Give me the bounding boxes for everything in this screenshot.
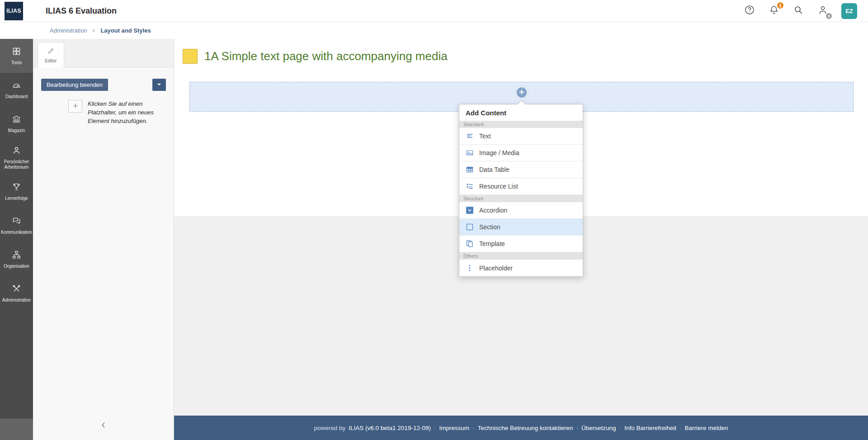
sidebar-item-lernerfolge[interactable]: Lernerfolge	[0, 175, 33, 208]
person-icon	[12, 146, 21, 157]
add-content-button[interactable]	[515, 86, 528, 99]
menu-group-structure: Structure	[459, 195, 583, 202]
menu-item-image-media[interactable]: Image / Media	[459, 145, 583, 161]
main-content: 1A Simple text page with accompanying me…	[174, 39, 868, 440]
page-title: 1A Simple text page with accompanying me…	[204, 49, 448, 63]
plus-icon	[73, 102, 78, 110]
content-page-icon	[183, 49, 198, 64]
plus-icon	[519, 89, 524, 97]
image-icon	[466, 149, 473, 156]
footer-separator: ·	[472, 425, 475, 431]
menu-item-text[interactable]: Text	[459, 128, 583, 145]
sidebar-toggle[interactable]	[0, 419, 33, 440]
crossed-tools-icon	[12, 284, 21, 295]
footer-link-version[interactable]: ILIAS (v6.0 beta1 2019-12-09)	[349, 425, 431, 431]
footer-link-barriere-melden[interactable]: Barriere melden	[684, 425, 728, 431]
text-icon	[466, 132, 473, 140]
chevron-left-icon	[100, 421, 107, 431]
help-button[interactable]	[744, 5, 755, 17]
main-sidebar: Tools Dashboard Magazin Persönlicher Arb…	[0, 39, 33, 440]
user-avatar[interactable]: EZ	[841, 3, 857, 19]
ellipsis-vertical-icon	[466, 265, 473, 272]
breadcrumb-item-administration[interactable]: Administration	[50, 27, 87, 34]
footer-link-barrierefreiheit[interactable]: Info Barrierefreiheit	[624, 425, 676, 431]
template-icon	[466, 240, 473, 247]
sidebar-item-personal-workspace[interactable]: Persönlicher Arbeitsraum	[0, 141, 33, 175]
trophy-icon	[12, 182, 21, 194]
menu-item-data-table[interactable]: Data Table	[459, 161, 583, 178]
menu-item-section[interactable]: Section	[459, 219, 583, 236]
top-header: ILIAS ILIAS 6 Evaluation 1 0 EZ	[0, 0, 868, 22]
sidebar-item-administration[interactable]: Administration	[0, 276, 33, 310]
placeholder-hint: Klicken Sie auf einen Platzhalter, um ei…	[68, 100, 165, 126]
footer: powered by ILIAS (v6.0 beta1 2019-12-09)…	[174, 416, 868, 440]
gauge-icon	[12, 80, 21, 92]
pencil-icon	[47, 47, 55, 56]
caret-down-icon	[157, 81, 161, 88]
menu-group-others: Others	[459, 252, 583, 260]
notification-badge: 1	[777, 2, 784, 9]
menu-group-standard: Standard	[459, 121, 583, 128]
building-icon	[12, 114, 21, 126]
powered-by-text: powered by	[314, 425, 346, 431]
menu-item-accordion[interactable]: Accordion	[459, 202, 583, 219]
grid-icon	[12, 47, 21, 58]
panel-footer	[33, 419, 174, 440]
add-placeholder-button[interactable]	[68, 100, 82, 113]
panel-tab-strip: Editor	[33, 39, 174, 67]
sidebar-item-kommunikation[interactable]: Kommunikation	[0, 208, 33, 242]
list-icon	[466, 183, 473, 190]
footer-link-uebersetzung[interactable]: Übersetzung	[581, 425, 616, 431]
table-icon	[466, 166, 473, 173]
finish-editing-button[interactable]: Bearbeitung beenden	[41, 79, 108, 91]
sidebar-spacer	[0, 310, 33, 419]
footer-link-impressum[interactable]: Impressum	[439, 425, 469, 431]
org-chart-icon	[12, 250, 21, 261]
breadcrumb-item-layout-and-styles[interactable]: Layout and Styles	[100, 27, 151, 34]
hint-text: Klicken Sie auf einen Platzhalter, um ei…	[88, 100, 158, 126]
section-icon	[466, 223, 473, 231]
accordion-icon	[466, 207, 473, 214]
topbar-actions: 1 0 EZ	[744, 3, 868, 19]
footer-separator: ·	[434, 425, 436, 431]
sidebar-item-dashboard[interactable]: Dashboard	[0, 73, 33, 107]
page-heading: 1A Simple text page with accompanying me…	[183, 49, 854, 64]
online-users-button[interactable]: 0	[817, 5, 829, 17]
editor-options-dropdown[interactable]	[152, 79, 166, 91]
search-icon	[793, 5, 804, 17]
ilias-logo[interactable]: ILIAS	[5, 2, 23, 20]
menu-item-placeholder[interactable]: Placeholder	[459, 260, 583, 276]
editor-panel: Editor Bearbeitung beenden Klicken Sie a…	[33, 39, 174, 440]
footer-link-technische-betreuung[interactable]: Technische Betreuung kontaktieren	[478, 425, 573, 431]
sidebar-item-magazin[interactable]: Magazin	[0, 107, 33, 141]
chevron-right-icon	[91, 28, 96, 33]
online-users-badge: 0	[826, 13, 832, 19]
app-title: ILIAS 6 Evaluation	[46, 6, 117, 16]
add-content-menu: Add Content Standard Text Image / Media …	[459, 104, 583, 277]
panel-controls: Bearbeitung beenden	[41, 79, 166, 91]
collapse-panel-button[interactable]	[97, 419, 110, 433]
search-button[interactable]	[793, 5, 804, 17]
footer-separator: ·	[576, 425, 579, 431]
sidebar-item-tools[interactable]: Tools	[0, 39, 33, 73]
menu-item-template[interactable]: Template	[459, 236, 583, 252]
notifications-button[interactable]: 1	[768, 5, 780, 17]
tab-editor[interactable]: Editor	[38, 42, 64, 67]
add-content-menu-title: Add Content	[459, 104, 583, 121]
menu-item-resource-list[interactable]: Resource List	[459, 178, 583, 195]
footer-separator: ·	[679, 425, 682, 431]
footer-separator: ·	[619, 425, 622, 431]
sidebar-item-organisation[interactable]: Organisation	[0, 242, 33, 276]
help-icon	[744, 5, 755, 17]
chat-icon	[12, 216, 21, 227]
breadcrumb: Administration Layout and Styles	[0, 22, 868, 39]
